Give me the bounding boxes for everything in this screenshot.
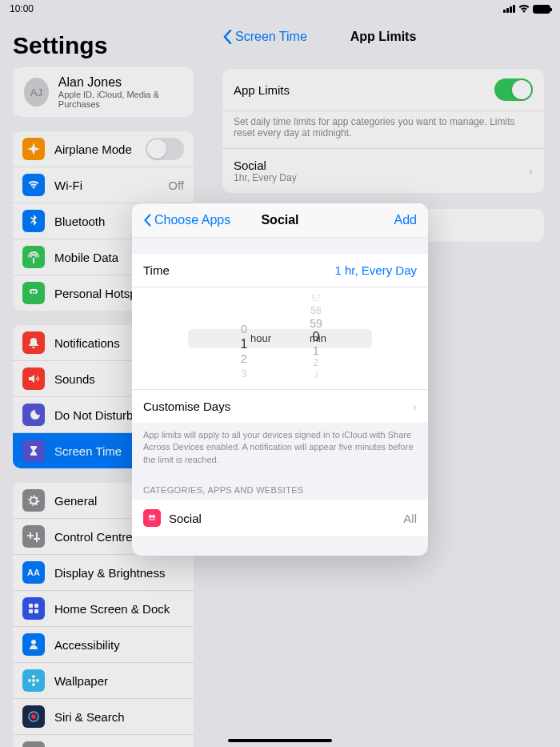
modal-add-button[interactable]: Add xyxy=(394,213,417,227)
svg-point-20 xyxy=(152,515,155,518)
picker-value[interactable]: 1 xyxy=(241,337,248,352)
modal-footer-text: App limits will apply to all your device… xyxy=(132,423,428,474)
picker-value[interactable]: 2 xyxy=(314,357,319,369)
time-picker[interactable]: 0123 5758590123 hour min xyxy=(132,287,428,390)
picker-value[interactable]: 57 xyxy=(311,292,320,304)
hour-unit: hour xyxy=(250,332,271,344)
picker-value[interactable]: 58 xyxy=(310,304,321,316)
home-indicator[interactable] xyxy=(228,739,332,742)
picker-value[interactable]: 1 xyxy=(313,344,319,357)
customise-days-row[interactable]: Customise Days › xyxy=(132,390,428,423)
time-value: 1 hr, Every Day xyxy=(334,263,417,277)
picker-value[interactable]: 2 xyxy=(241,351,247,367)
category-row-social[interactable]: Social All xyxy=(132,500,428,536)
category-value: All xyxy=(403,512,417,525)
picker-value[interactable]: 59 xyxy=(310,317,322,330)
modal-section-header: Categories, Apps and Websites xyxy=(132,474,428,500)
svg-point-19 xyxy=(149,515,152,518)
modal-back-button[interactable]: Choose Apps xyxy=(143,213,230,227)
social-category-icon xyxy=(143,509,161,527)
category-label: Social xyxy=(169,512,202,525)
min-unit: min xyxy=(310,332,326,344)
chevron-icon: › xyxy=(413,400,417,413)
picker-value[interactable]: 0 xyxy=(241,322,247,337)
modal: Choose Apps Social Add Time 1 hr, Every … xyxy=(132,203,428,556)
picker-value[interactable]: 3 xyxy=(314,369,318,381)
modal-title: Social xyxy=(261,213,298,227)
time-row[interactable]: Time 1 hr, Every Day xyxy=(132,254,428,287)
picker-value[interactable]: 3 xyxy=(242,367,247,382)
modal-backdrop: Choose Apps Social Add Time 1 hr, Every … xyxy=(0,0,560,747)
